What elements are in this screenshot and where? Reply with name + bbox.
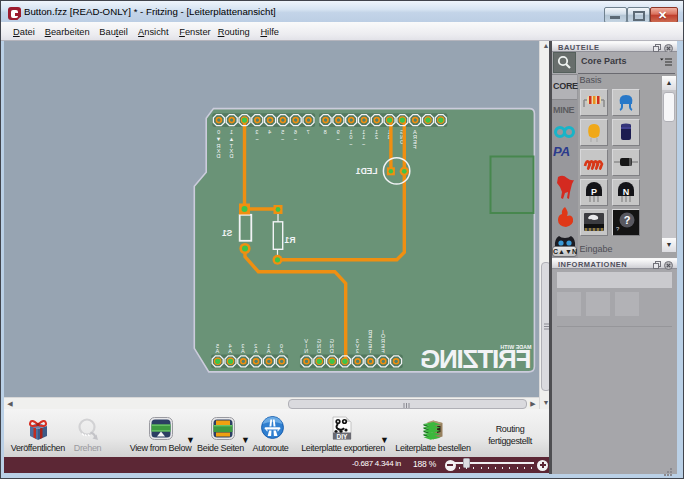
svg-text:N: N: [622, 187, 629, 197]
svg-text:R1: R1: [284, 235, 295, 245]
svg-text:4: 4: [268, 129, 271, 135]
svg-text:0: 0: [217, 129, 220, 135]
svg-text:2: 2: [375, 134, 378, 140]
svg-text:4: 4: [229, 343, 232, 349]
svg-text:S1: S1: [222, 228, 233, 238]
svg-text:▼: ▼: [216, 136, 222, 142]
svg-text:8: 8: [324, 129, 327, 135]
svg-text:DIY: DIY: [337, 433, 349, 440]
svg-text:G: G: [317, 338, 321, 344]
svg-text:6: 6: [294, 129, 297, 135]
svg-text:1: 1: [362, 134, 365, 140]
svg-text:▲: ▲: [229, 136, 235, 142]
svg-text:D: D: [217, 153, 221, 159]
svg-text:V: V: [304, 338, 308, 344]
svg-text:F: F: [413, 144, 417, 150]
svg-text:?: ?: [623, 214, 630, 226]
svg-text:R: R: [368, 329, 372, 335]
svg-text:LED1: LED1: [356, 166, 378, 176]
svg-text:?: ?: [616, 226, 620, 232]
svg-text:3: 3: [356, 338, 359, 344]
svg-text:1: 1: [267, 343, 270, 349]
svg-text:0: 0: [349, 134, 352, 140]
svg-text:3: 3: [241, 343, 244, 349]
svg-text:5: 5: [281, 129, 284, 135]
svg-text:0: 0: [280, 343, 283, 349]
svg-text:7: 7: [307, 129, 310, 135]
svg-text:1: 1: [230, 129, 233, 135]
svg-text:D: D: [229, 153, 233, 159]
svg-text:2: 2: [254, 343, 257, 349]
svg-text:9: 9: [337, 129, 340, 135]
svg-text:5: 5: [216, 343, 219, 349]
svg-text:MADE WITH: MADE WITH: [500, 344, 531, 350]
svg-text:P: P: [590, 187, 596, 197]
svg-text:G: G: [330, 338, 334, 344]
svg-text:3: 3: [255, 129, 258, 135]
